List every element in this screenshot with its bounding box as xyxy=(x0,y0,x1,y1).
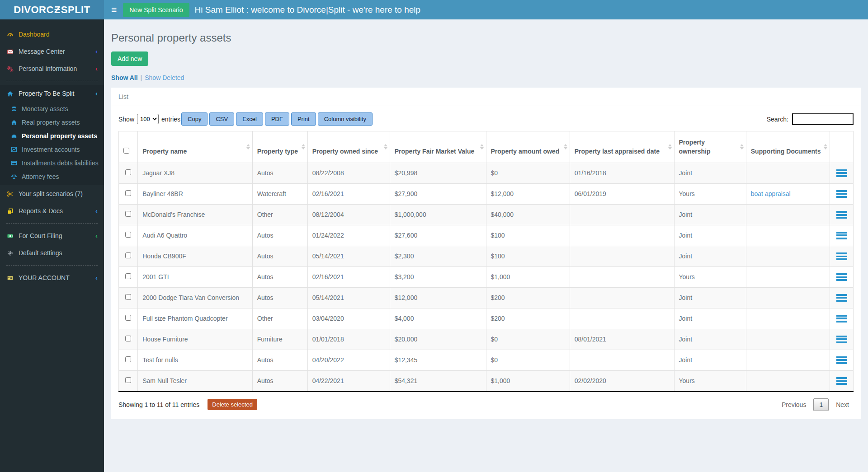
row-menu-icon[interactable] xyxy=(836,377,847,385)
table-controls: Show 100 entries Copy CSV Excel PDF Prin… xyxy=(111,106,861,126)
cell-last-appraised-date: 02/02/2020 xyxy=(570,370,674,392)
copy-button[interactable]: Copy xyxy=(181,112,208,126)
cell-last-appraised-date: 06/01/2019 xyxy=(570,183,674,204)
home-icon xyxy=(6,90,14,97)
sidebar-item-attorney-fees[interactable]: Attorney fees xyxy=(0,170,104,183)
sidebar-item-your-split-scenarios[interactable]: Your split scenarios (7) xyxy=(0,185,104,202)
cell-supporting-documents: boat appraisal xyxy=(746,183,830,204)
column-header-fair-market-value[interactable]: Property Fair Market Value xyxy=(390,131,486,163)
search-input[interactable] xyxy=(792,113,854,125)
page-number-button[interactable]: 1 xyxy=(813,398,829,411)
previous-page-button[interactable]: Previous xyxy=(777,399,811,411)
row-menu-icon[interactable] xyxy=(836,273,847,281)
row-checkbox[interactable] xyxy=(125,315,131,321)
gears-icon xyxy=(6,65,14,72)
row-checkbox[interactable] xyxy=(125,336,131,341)
table-footer: Showing 1 to 11 of 11 entries Delete sel… xyxy=(111,392,861,419)
sidebar-item-monetary-assets[interactable]: Monetary assets xyxy=(0,102,104,116)
cell-amount-owed: $200 xyxy=(486,308,570,329)
pdf-button[interactable]: PDF xyxy=(265,112,289,126)
cell-property-type: Watercraft xyxy=(252,183,307,204)
column-header-ownership[interactable]: Property ownership xyxy=(674,131,746,163)
row-checkbox[interactable] xyxy=(125,356,131,362)
add-new-button[interactable]: Add new xyxy=(111,51,148,66)
row-menu-icon[interactable] xyxy=(836,211,847,219)
next-page-button[interactable]: Next xyxy=(831,399,854,411)
column-header-owned-since[interactable]: Property owned since xyxy=(307,131,390,163)
sidebar-item-investment-accounts[interactable]: Investment accounts xyxy=(0,143,104,156)
chevron-left-icon: ‹ xyxy=(95,209,98,213)
row-menu-icon[interactable] xyxy=(836,356,847,364)
cell-last-appraised-date xyxy=(570,287,674,308)
table-row: 2001 GTI Autos 02/16/2021 $3,200 $1,000 … xyxy=(119,266,854,287)
sidebar-item-real-property-assets[interactable]: Real property assets xyxy=(0,116,104,129)
sidebar-item-installments-debts-liabilities[interactable]: Installments debts liabilities xyxy=(0,156,104,170)
chevron-left-icon: ‹ xyxy=(95,66,98,71)
column-header-last-appraised-date[interactable]: Property last appraised date xyxy=(570,131,674,163)
sidebar-item-dashboard[interactable]: Dashboard xyxy=(0,26,104,43)
sidebar-item-label: Installments debts liabilities xyxy=(22,159,99,167)
show-deleted-link[interactable]: Show Deleted xyxy=(145,74,184,81)
sidebar-item-property-to-be-split[interactable]: Property To Be Split ‹ xyxy=(0,85,104,102)
column-header-property-type[interactable]: Property type xyxy=(252,131,307,163)
cell-property-type: Autos xyxy=(252,225,307,246)
row-checkbox[interactable] xyxy=(125,252,131,258)
column-header-property-name[interactable]: Property name xyxy=(138,131,253,163)
column-visibility-button[interactable]: Column visibility xyxy=(318,112,373,126)
table-row: Sam Null Tesler Autos 04/22/2021 $54,321… xyxy=(119,370,854,392)
row-menu-icon[interactable] xyxy=(836,336,847,343)
row-menu-icon[interactable] xyxy=(836,315,847,322)
excel-button[interactable]: Excel xyxy=(236,112,263,126)
cell-actions xyxy=(830,350,854,370)
row-menu-icon[interactable] xyxy=(836,252,847,260)
show-all-link[interactable]: Show All xyxy=(111,74,138,81)
sidebar-item-for-court-filing[interactable]: For Court Filing ‹ xyxy=(0,227,104,244)
row-checkbox[interactable] xyxy=(125,232,131,238)
select-all-checkbox[interactable] xyxy=(123,148,129,154)
row-checkbox[interactable] xyxy=(125,169,131,175)
new-split-scenario-button[interactable]: New Split Scenario xyxy=(123,3,189,17)
row-checkbox[interactable] xyxy=(125,211,131,217)
sidebar-item-message-center[interactable]: Message Center ‹ xyxy=(0,43,104,60)
sidebar-item-personal-information[interactable]: Personal Information ‹ xyxy=(0,60,104,77)
row-checkbox[interactable] xyxy=(125,273,131,279)
row-checkbox[interactable] xyxy=(125,377,131,383)
cell-owned-since: 05/14/2021 xyxy=(307,246,390,266)
sidebar-item-label: For Court Filing xyxy=(19,232,91,239)
sidebar-item-your-account[interactable]: YOUR ACCOUNT ‹ xyxy=(0,269,104,286)
page-size-select[interactable]: 100 xyxy=(137,114,159,124)
sidebar-toggle-icon[interactable]: ≡ xyxy=(104,5,123,14)
sidebar-item-label: YOUR ACCOUNT xyxy=(19,274,91,281)
show-label: Show xyxy=(118,116,134,123)
cell-actions xyxy=(830,370,854,392)
supporting-doc-link[interactable]: boat appraisal xyxy=(751,190,791,197)
delete-selected-button[interactable]: Delete selected xyxy=(208,399,257,410)
sidebar-item-reports-docs[interactable]: Reports & Docs ‹ xyxy=(0,202,104,220)
row-menu-icon[interactable] xyxy=(836,294,847,302)
sidebar-item-label: Investment accounts xyxy=(22,146,99,153)
sidebar-item-label: Your split scenarios (7) xyxy=(19,190,98,197)
sort-icon xyxy=(668,144,672,150)
row-checkbox[interactable] xyxy=(125,190,131,196)
row-menu-icon[interactable] xyxy=(836,232,847,239)
app-logo[interactable]: DIVORCƵSPLIT xyxy=(0,0,104,19)
column-header-amount-owed[interactable]: Property amount owed xyxy=(486,131,570,163)
print-button[interactable]: Print xyxy=(291,112,316,126)
row-menu-icon[interactable] xyxy=(836,190,847,198)
chart-line-icon xyxy=(10,146,18,153)
sidebar-item-label: Dashboard xyxy=(19,31,98,38)
column-header-supporting-documents[interactable]: Supporting Documents xyxy=(746,131,830,163)
row-menu-icon[interactable] xyxy=(836,169,847,177)
pagination: Previous 1 Next xyxy=(777,398,854,411)
cell-property-type: Furniture xyxy=(252,329,307,350)
sidebar-item-default-settings[interactable]: Default settings xyxy=(0,244,104,262)
sidebar-item-personal-property-assets[interactable]: Personal property assets xyxy=(0,129,104,143)
cell-property-name: Bayliner 48BR xyxy=(138,183,253,204)
list-panel: List Show 100 entries Copy CSV Excel PDF… xyxy=(111,88,861,419)
cell-fair-market-value: $20,998 xyxy=(390,163,486,183)
sort-icon xyxy=(480,144,484,150)
sidebar-item-label: Attorney fees xyxy=(22,173,99,180)
csv-button[interactable]: CSV xyxy=(209,112,234,126)
cell-amount-owed: $100 xyxy=(486,246,570,266)
row-checkbox[interactable] xyxy=(125,294,131,300)
